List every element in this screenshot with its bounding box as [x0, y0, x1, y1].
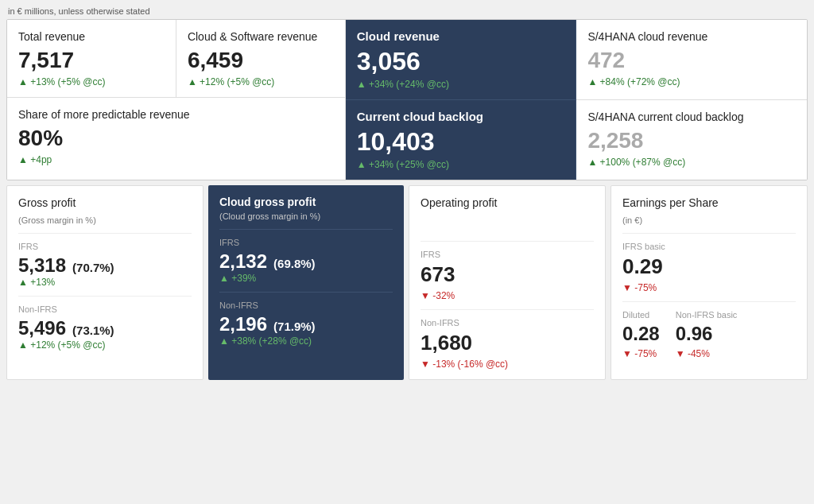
cloud-backlog-change: +34% (+25% @cc): [357, 159, 565, 170]
gross-profit-card: Gross profit (Gross margin in %) IFRS 5,…: [6, 185, 204, 379]
gp-ifrs-label: IFRS: [18, 242, 192, 251]
cloud-backlog-value: 10,403: [357, 128, 565, 156]
cgp-ifrs-row: 2,132 (69.8%): [219, 250, 393, 273]
cgp-nonifrs-change: +38% (+28% @cc): [219, 335, 393, 347]
total-revenue-value: 7,517: [18, 48, 165, 73]
gp-nonifrs-row: 5,496 (73.1%): [18, 317, 192, 339]
op-nonifrs-value: 1,680: [421, 331, 594, 355]
op-ifrs-label: IFRS: [421, 250, 594, 259]
cgp-subtitle: (Cloud gross margin in %): [219, 211, 393, 221]
cgp-ifrs-pct: (69.8%): [273, 257, 316, 270]
s4hana-panel: S/4HANA cloud revenue 472 +84% (+72% @cc…: [576, 20, 807, 180]
gross-profit-title: Gross profit: [18, 196, 192, 210]
predictable-section: Share of more predictable revenue 80% +4…: [7, 98, 345, 175]
eps-diluted-col: Diluted 0.28 -75%: [622, 310, 660, 359]
total-revenue-title: Total revenue: [18, 29, 165, 44]
cloud-panel: Cloud revenue 3,056 +34% (+24% @cc) Curr…: [346, 20, 577, 180]
total-revenue-cell: Total revenue 7,517 +13% (+5% @cc): [7, 20, 176, 97]
s4hana-revenue-change: +84% (+72% @cc): [587, 76, 796, 87]
op-ifrs-change: -32%: [421, 290, 594, 301]
cgp-divider2: [219, 292, 393, 293]
eps-nonifrs-col: Non-IFRS basic 0.96 -45%: [676, 310, 738, 359]
divider1: [18, 233, 192, 234]
cloud-software-value: 6,459: [188, 48, 334, 73]
cgp-divider1: [219, 229, 393, 230]
cgp-ifrs-change: +39%: [219, 273, 393, 284]
gp-nonifrs-label: Non-IFRS: [18, 304, 192, 314]
total-revenue-change: +13% (+5% @cc): [18, 76, 165, 87]
top-metrics-row: Total revenue 7,517 +13% (+5% @cc) Cloud…: [7, 20, 345, 98]
op-divider1: [421, 241, 594, 242]
op-nonifrs-change: -13% (-16% @cc): [421, 359, 594, 370]
cgp-nonifrs-label: Non-IFRS: [219, 300, 393, 310]
eps-diluted-label: Diluted: [622, 310, 660, 320]
eps-nonifrs-value: 0.96: [676, 323, 738, 345]
eps-nonifrs-change: -45%: [676, 348, 738, 359]
gp-ifrs-row: 5,318 (70.7%): [18, 254, 192, 277]
op-title: Operating profit: [421, 196, 594, 210]
predictable-change: +4pp: [18, 154, 334, 165]
cloud-software-change: +12% (+5% @cc): [188, 76, 334, 87]
gp-nonifrs-pct: (73.1%): [72, 324, 114, 337]
eps-ifrs-value: 0.29: [622, 254, 796, 279]
eps-diluted-value: 0.28: [622, 323, 660, 345]
cgp-nonifrs-row: 2,196 (71.9%): [219, 313, 393, 335]
predictable-value: 80%: [18, 126, 334, 151]
gp-ifrs-pct: (70.7%): [72, 261, 114, 274]
s4hana-revenue-title: S/4HANA cloud revenue: [587, 29, 796, 44]
cgp-title: Cloud gross profit: [219, 195, 393, 209]
eps-bottom-row: Diluted 0.28 -75% Non-IFRS basic 0.96 -4…: [622, 310, 796, 359]
gp-nonifrs-value: 5,496: [18, 317, 66, 339]
cloud-software-title: Cloud & Software revenue: [188, 29, 334, 44]
s4hana-backlog-title: S/4HANA current cloud backlog: [587, 110, 796, 124]
cloud-revenue-change: +34% (+24% @cc): [357, 79, 565, 90]
gp-nonifrs-change: +12% (+5% @cc): [18, 339, 192, 351]
op-nonifrs-label: Non-IFRS: [421, 318, 594, 328]
op-ifrs-value: 673: [421, 262, 594, 287]
op-divider2: [421, 309, 594, 310]
cloud-revenue-title: Cloud revenue: [357, 29, 565, 43]
eps-card: Earnings per Share (in €) IFRS basic 0.2…: [610, 185, 808, 379]
cgp-nonifrs-value: 2,196: [219, 313, 267, 335]
eps-divider2: [622, 301, 796, 302]
divider2: [18, 296, 192, 297]
cloud-backlog-section: Current cloud backlog 10,403 +34% (+25% …: [346, 99, 576, 180]
row1-card: Total revenue 7,517 +13% (+5% @cc) Cloud…: [6, 19, 808, 180]
cloud-gross-profit-card: Cloud gross profit (Cloud gross margin i…: [208, 185, 404, 379]
eps-title: Earnings per Share: [622, 196, 796, 210]
cloud-revenue-section: Cloud revenue 3,056 +34% (+24% @cc): [346, 20, 576, 99]
cloud-software-cell: Cloud & Software revenue 6,459 +12% (+5%…: [176, 20, 345, 97]
s4hana-backlog-value: 2,258: [587, 129, 796, 153]
operating-profit-card: Operating profit IFRS 673 -32% Non-IFRS …: [409, 185, 606, 379]
cloud-backlog-title: Current cloud backlog: [357, 110, 565, 123]
eps-subtitle: (in €): [622, 215, 796, 225]
eps-ifrs-label: IFRS basic: [622, 242, 796, 251]
eps-nonifrs-label: Non-IFRS basic: [676, 310, 738, 320]
s4hana-cloud-revenue-section: S/4HANA cloud revenue 472 +84% (+72% @cc…: [576, 20, 807, 99]
cgp-nonifrs-pct: (71.9%): [273, 320, 316, 333]
row2: Gross profit (Gross margin in %) IFRS 5,…: [6, 185, 808, 379]
cloud-revenue-value: 3,056: [357, 48, 565, 76]
s4hana-backlog-change: +100% (+87% @cc): [587, 157, 796, 168]
left-panel: Total revenue 7,517 +13% (+5% @cc) Cloud…: [7, 20, 346, 180]
cgp-ifrs-value: 2,132: [219, 250, 267, 273]
cgp-ifrs-label: IFRS: [219, 238, 393, 247]
s4hana-backlog-section: S/4HANA current cloud backlog 2,258 +100…: [576, 99, 807, 180]
dashboard: Total revenue 7,517 +13% (+5% @cc) Cloud…: [6, 19, 808, 380]
eps-ifrs-change: -75%: [622, 282, 796, 293]
gross-profit-subtitle: (Gross margin in %): [18, 215, 192, 225]
gp-ifrs-change: +13%: [18, 277, 192, 288]
eps-divider1: [622, 233, 796, 234]
predictable-title: Share of more predictable revenue: [18, 107, 334, 122]
gp-ifrs-value: 5,318: [18, 254, 66, 277]
subtitle: in € millions, unless otherwise stated: [6, 6, 808, 16]
eps-diluted-change: -75%: [622, 348, 660, 359]
s4hana-revenue-value: 472: [587, 48, 796, 73]
